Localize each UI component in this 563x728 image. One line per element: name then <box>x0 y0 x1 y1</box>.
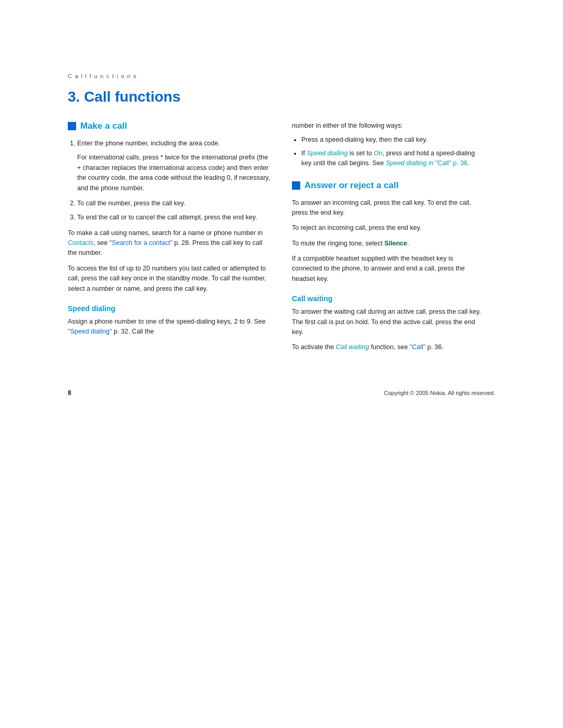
speed-dialing-text: Assign a phone number to one of the spee… <box>68 317 271 337</box>
left-column: Make a call Enter the phone number, incl… <box>68 121 271 358</box>
speed-dialling-ref-link[interactable]: Speed dialling in "Call" p. 36 <box>386 159 468 167</box>
answer-reject-heading: Answer or reject a call <box>292 180 485 191</box>
speed-dialing-section: Speed dialing Assign a phone number to o… <box>68 304 271 337</box>
copyright: Copyright © 2005 Nokia. All rights reser… <box>384 390 495 396</box>
bullet-1: Press a speed-dialing key, then the call… <box>301 135 485 145</box>
step-1: Enter the phone number, including the ar… <box>77 139 271 193</box>
bullet-2: If Speed dialling is set to On, press an… <box>301 149 485 169</box>
answer-reject-para3: To mute the ringing tone, select Silence… <box>292 239 485 249</box>
silence-bold: Silence <box>384 240 407 247</box>
make-a-call-heading: Make a call <box>68 121 271 131</box>
call-waiting-para2: To activate the Call waiting function, s… <box>292 342 485 352</box>
call-waiting-para1: To answer the waiting call during an act… <box>292 307 485 337</box>
footer: 8 Copyright © 2005 Nokia. All rights res… <box>68 389 495 397</box>
call-waiting-section: Call waiting To answer the waiting call … <box>292 294 485 353</box>
on-italic: On <box>374 150 383 157</box>
answer-reject-para2: To reject an incoming call, press the en… <box>292 223 485 233</box>
answer-reject-para1: To answer an incoming call, press the ca… <box>292 198 485 218</box>
answer-reject-para4: If a compatible headset supplied with th… <box>292 254 485 284</box>
standby-note: To access the list of up to 20 numbers y… <box>68 264 271 294</box>
make-a-call-title: Make a call <box>80 121 127 131</box>
speed-dialing-link[interactable]: "Speed dialing" <box>68 328 112 335</box>
call-link[interactable]: "Call" <box>410 343 425 351</box>
step-3: To end the call or to cancel the call at… <box>77 213 271 223</box>
answer-reject-title: Answer or reject a call <box>304 180 398 191</box>
step-2: To call the number, press the call key. <box>77 199 271 208</box>
speed-dialling-italic: Speed dialling <box>307 150 348 157</box>
speed-dialing-cont: number in either of the following ways: … <box>292 121 485 169</box>
make-a-call-icon <box>68 122 76 130</box>
speed-dialing-title: Speed dialing <box>68 304 271 313</box>
contacts-link[interactable]: Contacts <box>68 239 93 246</box>
two-column-layout: Make a call Enter the phone number, incl… <box>68 121 495 358</box>
chapter-title: 3. Call functions <box>68 89 495 105</box>
page: C a l l f u n c t i o n s 3. Call functi… <box>68 73 495 397</box>
contacts-note: To make a call using names, search for a… <box>68 228 271 258</box>
page-number: 8 <box>68 389 71 397</box>
right-column: number in either of the following ways: … <box>292 121 485 358</box>
search-contact-link[interactable]: "Search for a contact" <box>109 239 173 246</box>
intl-note: For international calls, press * twice f… <box>77 153 271 193</box>
breadcrumb: C a l l f u n c t i o n s <box>68 73 495 79</box>
answer-reject-icon <box>292 181 300 190</box>
call-waiting-italic: Call waiting <box>336 343 369 351</box>
call-waiting-title: Call waiting <box>292 294 485 303</box>
make-a-call-steps: Enter the phone number, including the ar… <box>68 139 271 223</box>
